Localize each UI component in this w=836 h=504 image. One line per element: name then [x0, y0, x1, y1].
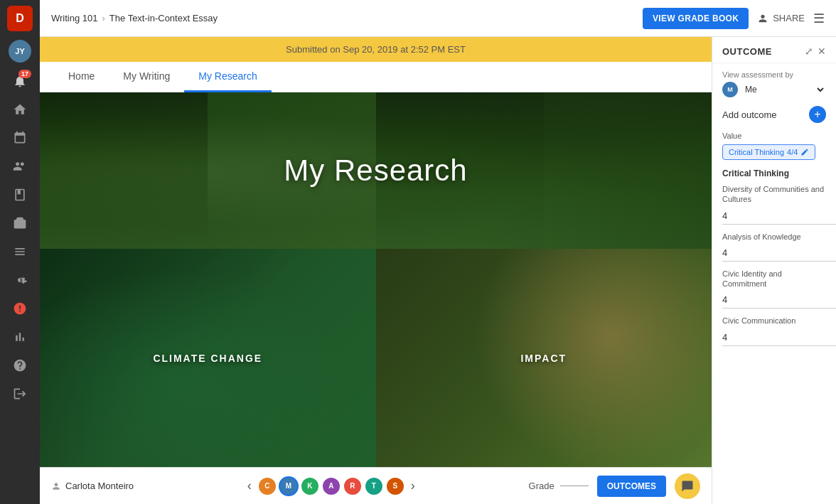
tab-home[interactable]: Home: [54, 62, 109, 92]
help-nav-icon[interactable]: [6, 353, 34, 378]
breadcrumb-assignment[interactable]: The Text-in-Context Essay: [109, 13, 218, 23]
chart-nav-icon[interactable]: [6, 324, 34, 350]
edit-icon: [800, 148, 809, 156]
share-label: SHARE: [773, 13, 805, 23]
hero-title: My Research: [284, 154, 467, 188]
prev-student-button[interactable]: ‹: [245, 476, 254, 496]
view-assessment-label: View assessment by: [722, 70, 826, 79]
book-nav-icon[interactable]: [6, 182, 34, 208]
tab-my-writing[interactable]: My Writing: [109, 62, 184, 92]
panel-header-icons: ⤢ ✕: [805, 45, 826, 57]
add-outcome-label: Add outcome: [722, 109, 777, 120]
grid-item-climate: CLIMATE CHANGE: [40, 249, 376, 467]
breadcrumb: Writing 101 › The Text-in-Context Essay: [51, 13, 637, 23]
next-student-button[interactable]: ›: [408, 476, 418, 496]
value-label: Value: [722, 132, 826, 140]
student-content: Submitted on Sep 20, 2019 at 2:52 PM EST…: [40, 37, 712, 504]
avatar-strip: C M K A R T S: [257, 476, 405, 496]
student-avatar-7[interactable]: S: [385, 476, 405, 496]
submission-text: Submitted on Sep 20, 2019 at 2:52 PM EST: [286, 44, 466, 55]
subsection-3: Civic Communication +: [722, 316, 826, 345]
tab-nav: Home My Writing My Research: [40, 62, 712, 92]
alert-nav-icon[interactable]: [6, 296, 34, 321]
app-logo: D: [7, 6, 33, 31]
subsection-1: Analysis of Knowledge +: [722, 232, 826, 262]
bottom-bar: Carlota Monteiro ‹ C M K A R T S ›: [40, 467, 712, 504]
subsection-2: Civic Identity and Commitment +: [722, 269, 826, 309]
student-avatar-3[interactable]: K: [300, 476, 320, 496]
subsection-0-label: Diversity of Communities and Cultures: [722, 184, 826, 205]
avatar: JY: [9, 40, 31, 63]
add-outcome-button[interactable]: +: [809, 106, 826, 123]
value-chip-score: 4/4: [787, 148, 798, 156]
tab-my-research[interactable]: My Research: [184, 62, 271, 92]
panel-title: OUTCOME: [722, 46, 772, 57]
sidebar: D JY 17: [0, 0, 40, 504]
student-avatar-5[interactable]: R: [343, 476, 363, 496]
grid-label-impact: IMPACT: [520, 353, 567, 364]
subsection-1-label: Analysis of Knowledge: [722, 232, 826, 242]
grade-section: Grade: [529, 481, 589, 491]
breadcrumb-course[interactable]: Writing 101: [51, 13, 98, 23]
score-row-1: +: [722, 245, 826, 262]
student-avatar-1[interactable]: C: [257, 476, 277, 496]
value-chip-text: Critical Thinking: [729, 148, 784, 156]
score-input-1[interactable]: [722, 245, 836, 262]
grade-label: Grade: [529, 481, 554, 491]
settings-nav-icon[interactable]: [6, 267, 34, 293]
student-name: Carlota Monteiro: [51, 481, 134, 491]
logout-nav-icon[interactable]: [6, 381, 34, 407]
calendar-nav-icon[interactable]: [6, 125, 34, 151]
section-heading: Critical Thinking: [722, 168, 826, 178]
notification-badge: 17: [18, 70, 31, 78]
content-with-panel: Submitted on Sep 20, 2019 at 2:52 PM EST…: [40, 37, 836, 504]
score-input-0[interactable]: [722, 208, 836, 225]
score-input-2[interactable]: [722, 291, 836, 309]
briefcase-nav-icon[interactable]: [6, 210, 34, 236]
subsection-2-label: Civic Identity and Commitment: [722, 269, 826, 289]
right-panel: OUTCOME ⤢ ✕ View assessment by M Me Add …: [712, 37, 836, 504]
menu-button[interactable]: ☰: [813, 11, 825, 26]
top-bar: Writing 101 › The Text-in-Context Essay …: [40, 0, 836, 37]
main-area: Writing 101 › The Text-in-Context Essay …: [40, 0, 836, 504]
home-nav-icon[interactable]: [6, 97, 34, 122]
panel-close-button[interactable]: ✕: [818, 45, 826, 57]
student-avatar-6[interactable]: T: [364, 476, 384, 496]
panel-body: View assessment by M Me Add outcome + Va…: [712, 63, 836, 504]
score-input-3[interactable]: [722, 329, 836, 346]
person-icon: [757, 13, 768, 24]
assessor-row: M Me: [722, 82, 826, 97]
score-row-3: +: [722, 329, 826, 346]
feed-nav-icon[interactable]: [6, 239, 34, 264]
student-icon: [51, 481, 61, 491]
grid-label-climate: CLIMATE CHANGE: [153, 353, 262, 364]
score-row-2: +: [722, 291, 826, 309]
submission-banner: Submitted on Sep 20, 2019 at 2:52 PM EST: [40, 37, 712, 62]
assessor-avatar: M: [722, 82, 738, 97]
share-button[interactable]: SHARE: [757, 13, 805, 24]
score-row-0: +: [722, 208, 826, 225]
people-nav-icon[interactable]: [6, 154, 34, 179]
grade-line: [560, 486, 589, 486]
top-bar-actions: VIEW GRADE BOOK SHARE ☰: [643, 8, 825, 29]
view-grade-book-button[interactable]: VIEW GRADE BOOK: [643, 8, 749, 29]
grid-item-impact: IMPACT: [376, 249, 712, 467]
notification-icon[interactable]: 17: [6, 68, 34, 94]
hero-section: My Research: [40, 92, 712, 249]
student-avatar-4[interactable]: A: [321, 476, 341, 496]
panel-expand-button[interactable]: ⤢: [805, 45, 813, 57]
student-avatar-2[interactable]: M: [279, 476, 299, 496]
add-outcome-row: Add outcome +: [722, 106, 826, 123]
breadcrumb-separator: ›: [102, 13, 105, 23]
image-grid: CLIMATE CHANGE IMPACT: [40, 249, 712, 467]
chat-button[interactable]: [675, 473, 700, 499]
outcomes-button[interactable]: OUTCOMES: [597, 476, 666, 497]
chat-icon: [681, 480, 694, 493]
value-chip[interactable]: Critical Thinking 4/4: [722, 144, 815, 160]
assessor-select[interactable]: Me: [742, 84, 826, 95]
panel-header: OUTCOME ⤢ ✕: [712, 37, 836, 63]
subsection-0: Diversity of Communities and Cultures +: [722, 184, 826, 225]
nav-arrows: ‹ C M K A R T S ›: [142, 476, 520, 496]
subsection-3-label: Civic Communication: [722, 316, 826, 326]
